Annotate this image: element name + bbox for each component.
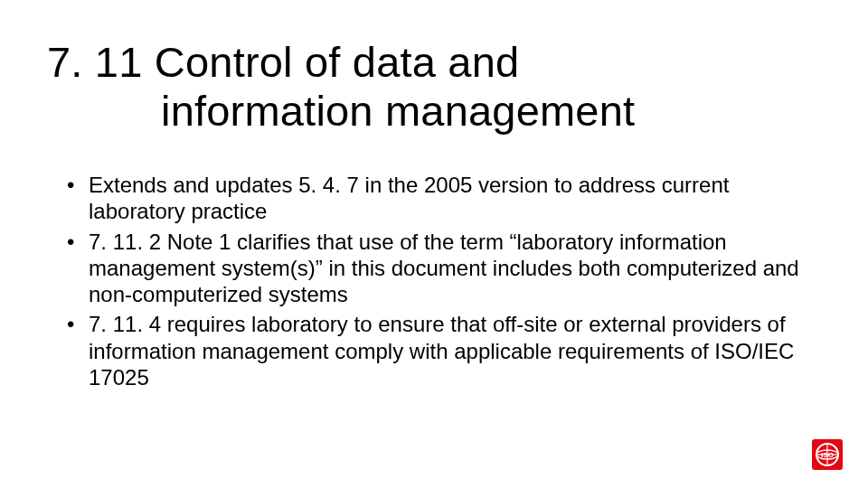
bullet-item: Extends and updates 5. 4. 7 in the 2005 … bbox=[63, 172, 814, 225]
heading-title-line1: Control of data and bbox=[155, 38, 520, 86]
heading-number: 7. 11 bbox=[47, 38, 143, 87]
heading-title-line2: information management bbox=[47, 87, 825, 136]
slide-heading: 7. 11 Control of data and information ma… bbox=[47, 38, 825, 136]
iso-logo-icon: ISO bbox=[812, 439, 843, 470]
bullet-text: 7. 11. 4 requires laboratory to ensure t… bbox=[89, 312, 794, 389]
slide: 7. 11 Control of data and information ma… bbox=[0, 0, 868, 488]
iso-logo-text: ISO bbox=[821, 451, 834, 459]
bullet-list: Extends and updates 5. 4. 7 in the 2005 … bbox=[63, 172, 814, 394]
bullet-item: 7. 11. 2 Note 1 clarifies that use of th… bbox=[63, 229, 814, 308]
bullet-text: Extends and updates 5. 4. 7 in the 2005 … bbox=[89, 173, 729, 223]
bullet-item: 7. 11. 4 requires laboratory to ensure t… bbox=[63, 311, 814, 390]
bullet-text: 7. 11. 2 Note 1 clarifies that use of th… bbox=[89, 230, 799, 307]
